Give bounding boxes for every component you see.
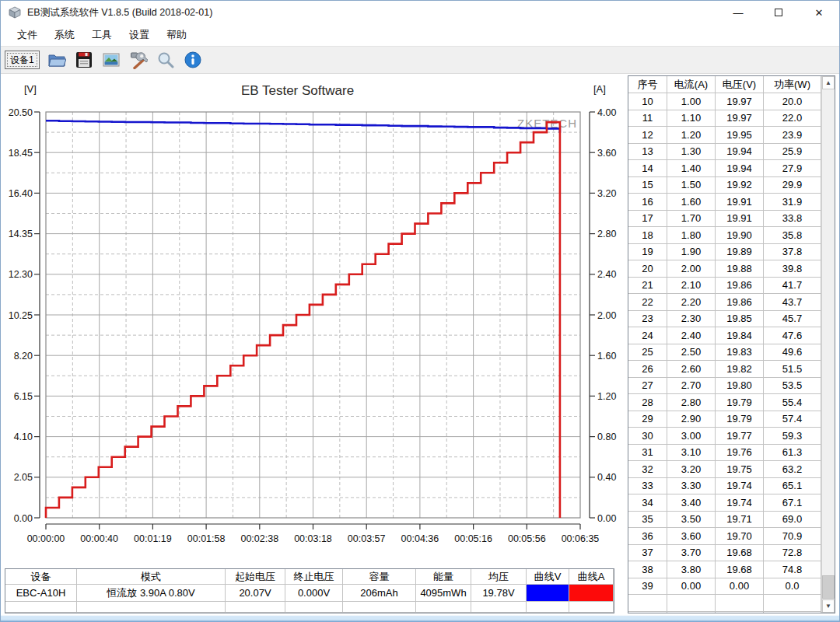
summary-empty-row — [5, 602, 614, 613]
table-cell: 65.1 — [764, 478, 821, 495]
table-row[interactable]: 242.4019.8447.6 — [628, 327, 821, 344]
zoom-icon[interactable] — [156, 50, 176, 70]
summary-value — [471, 602, 527, 613]
menu-help[interactable]: 帮助 — [158, 25, 195, 45]
table-row[interactable]: 111.1019.9722.0 — [628, 110, 821, 128]
table-row[interactable]: 131.3019.9425.9 — [628, 144, 821, 161]
svg-text:10.25: 10.25 — [9, 310, 33, 321]
scroll-thumb[interactable] — [822, 575, 835, 599]
title-bar: EB测试系统软件 V1.8.5 (Build 2018-02-01) — ✕ — [1, 1, 839, 24]
curve-a-color[interactable] — [569, 585, 613, 601]
summary-value — [416, 602, 471, 613]
table-cell: 1.10 — [667, 110, 716, 128]
summary-value: 恒流放 3.90A 0.80V — [77, 585, 226, 602]
table-cell: 36 — [628, 528, 667, 545]
summary-value: 206mAh — [343, 585, 416, 602]
table-cell: 15 — [628, 177, 667, 194]
close-button[interactable]: ✕ — [799, 1, 839, 24]
table-row[interactable]: 252.5019.8349.6 — [628, 344, 821, 362]
tools-icon[interactable] — [128, 50, 149, 70]
table-row[interactable]: 313.1019.7661.3 — [628, 445, 821, 462]
table-cell: 1.30 — [667, 144, 716, 161]
open-folder-icon[interactable] — [47, 50, 67, 70]
table-row[interactable]: 262.6019.8251.5 — [628, 361, 821, 378]
maximize-button[interactable] — [758, 1, 799, 24]
table-cell: 19.80 — [716, 378, 764, 395]
table-empty-row[interactable] — [628, 595, 821, 612]
chart-area: EB Tester Software[V][A]ZKETECH20.5018.4… — [1, 74, 623, 568]
table-cell: 3.40 — [667, 494, 716, 512]
table-cell: 3.70 — [667, 545, 716, 562]
table-cell: 27.9 — [764, 160, 821, 177]
table-cell: 28 — [628, 394, 667, 411]
table-row[interactable]: 303.0019.7759.3 — [628, 428, 821, 445]
summary-value: EBC-A10H — [5, 585, 77, 602]
table-row[interactable]: 343.4019.7467.1 — [628, 494, 821, 512]
table-row[interactable]: 272.7019.8053.5 — [628, 378, 821, 395]
table-cell: 20.0 — [764, 93, 821, 110]
table-cell: 74.8 — [764, 561, 821, 578]
table-cell: 29 — [628, 411, 667, 428]
table-row[interactable]: 390.000.000.0 — [628, 578, 821, 596]
table-cell: 17 — [628, 211, 667, 228]
table-row[interactable]: 232.3019.8545.7 — [628, 311, 821, 328]
table-row[interactable]: 202.0019.8839.8 — [628, 260, 821, 278]
svg-text:0.00: 0.00 — [14, 513, 33, 524]
table-cell: 61.3 — [764, 445, 821, 462]
svg-text:2.80: 2.80 — [597, 229, 616, 239]
table-cell: 19.68 — [716, 545, 764, 562]
summary-table: 设备模式起始电压终止电压容量能量均压曲线V曲线AEBC-A10H恒流放 3.90… — [5, 568, 614, 613]
table-cell — [716, 595, 764, 612]
table-row[interactable]: 212.1019.8641.7 — [628, 278, 821, 295]
table-cell: 14 — [628, 160, 667, 177]
table-row[interactable]: 181.8019.9035.8 — [628, 227, 821, 244]
table-row[interactable]: 323.2019.7563.2 — [628, 461, 821, 478]
table-cell: 19.97 — [716, 93, 764, 110]
scroll-up-icon[interactable]: ▲ — [822, 76, 835, 89]
table-row[interactable]: 171.7019.9133.8 — [628, 211, 821, 228]
vertical-scrollbar[interactable]: ▲ ▼ — [821, 76, 835, 613]
menu-file[interactable]: 文件 — [9, 25, 46, 45]
save-icon[interactable] — [74, 50, 94, 70]
svg-text:8.20: 8.20 — [14, 351, 33, 362]
svg-text:00:01:19: 00:01:19 — [134, 533, 172, 544]
table-cell: 19.70 — [716, 528, 764, 545]
table-row[interactable]: 121.2019.9523.9 — [628, 127, 821, 144]
table-cell: 3.20 — [667, 461, 716, 478]
table-cell — [716, 612, 764, 613]
summary-header: 模式 — [77, 569, 226, 585]
image-icon[interactable] — [101, 50, 121, 70]
table-row[interactable]: 151.5019.9229.9 — [628, 177, 821, 194]
menu-system[interactable]: 系统 — [46, 25, 83, 45]
table-row[interactable]: 373.7019.6872.8 — [628, 545, 821, 562]
table-row[interactable]: 333.3019.7465.1 — [628, 478, 821, 495]
table-row[interactable]: 191.9019.8937.8 — [628, 244, 821, 261]
table-cell: 19.79 — [716, 394, 764, 411]
menu-bar: 文件 系统 工具 设置 帮助 — [1, 24, 839, 46]
table-row[interactable]: 353.5019.7169.0 — [628, 512, 821, 529]
table-header-row: 序号电流(A)电压(V)功率(W) — [628, 76, 821, 93]
table-row[interactable]: 222.2019.8643.7 — [628, 294, 821, 311]
minimize-button[interactable]: — — [718, 1, 758, 24]
table-row[interactable]: 141.4019.9427.9 — [628, 160, 821, 177]
table-row[interactable]: 282.8019.7955.4 — [628, 394, 821, 411]
table-cell: 0.00 — [716, 578, 764, 596]
table-row[interactable]: 383.8019.6874.8 — [628, 561, 821, 578]
device-tab[interactable]: 设备1 — [5, 51, 40, 69]
table-row[interactable]: 161.6019.9131.9 — [628, 194, 821, 211]
table-cell: 49.6 — [764, 344, 821, 362]
curve-v-color[interactable] — [527, 585, 569, 601]
table-cell: 19.85 — [716, 311, 764, 328]
table-cell: 3.50 — [667, 512, 716, 529]
table-cell: 3.30 — [667, 478, 716, 495]
table-row[interactable]: 363.6019.7070.9 — [628, 528, 821, 545]
info-icon[interactable] — [183, 50, 203, 70]
menu-tools[interactable]: 工具 — [83, 25, 121, 45]
table-row[interactable]: 292.9019.7957.4 — [628, 411, 821, 428]
table-cell — [628, 612, 667, 613]
scroll-down-icon[interactable]: ▼ — [822, 599, 835, 613]
menu-settings[interactable]: 设置 — [121, 25, 158, 45]
table-empty-row[interactable] — [628, 612, 821, 613]
svg-text:[V]: [V] — [24, 83, 37, 95]
table-row[interactable]: 101.0019.9720.0 — [628, 93, 821, 110]
